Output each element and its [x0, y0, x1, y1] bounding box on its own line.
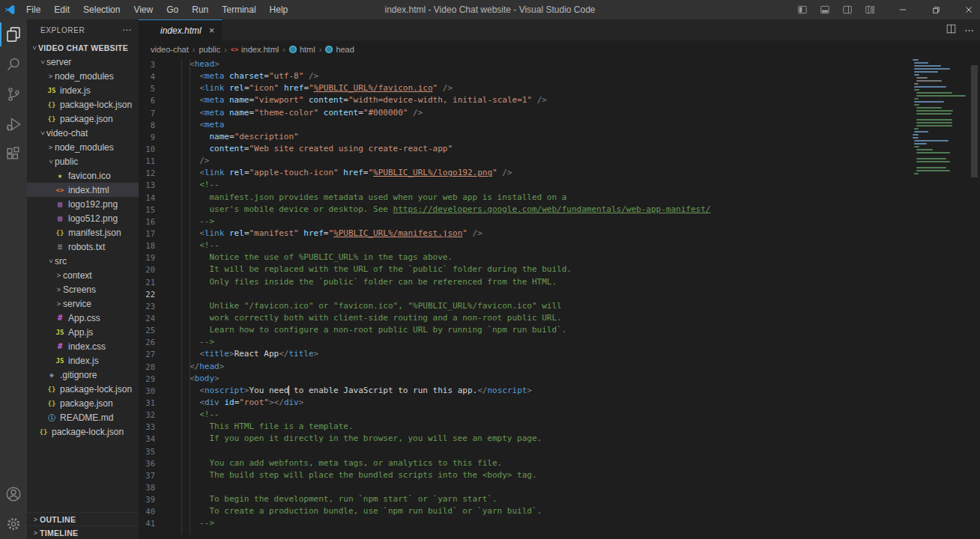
menu-terminal[interactable]: Terminal: [215, 0, 262, 19]
code-line-27[interactable]: 27 <title>React App</title>: [139, 348, 980, 360]
tab-index-html[interactable]: index.html: [139, 19, 223, 40]
tree-item-gitignore[interactable]: ◆.gitignore: [27, 368, 139, 382]
customize-layout-icon[interactable]: [859, 0, 881, 19]
tab-close-icon[interactable]: [209, 25, 215, 36]
tree-item-logo512-png[interactable]: ▨logo512.png: [27, 211, 139, 225]
tree-item-package-json[interactable]: {}package.json: [27, 396, 139, 410]
restore-button[interactable]: [925, 0, 947, 19]
code-line-35[interactable]: 35: [139, 445, 980, 457]
tree-item-logo192-png[interactable]: ▨logo192.png: [27, 197, 139, 211]
code-line-41[interactable]: 41 -->: [139, 517, 980, 529]
explorer-actions-icon[interactable]: [122, 25, 131, 35]
settings-gear-icon[interactable]: [0, 509, 27, 539]
breadcrumb-public[interactable]: public: [199, 45, 220, 54]
layout-sidebar-left-icon[interactable]: [791, 0, 814, 19]
code-line-32[interactable]: 32 <!--: [139, 409, 980, 421]
tree-item-robots-txt[interactable]: ≡robots.txt: [27, 240, 139, 254]
code-line-34[interactable]: 34 If you open it directly in the browse…: [139, 433, 980, 445]
tree-item-readme-md[interactable]: iREADME.md: [27, 410, 139, 424]
code-line-13[interactable]: 13 <!--: [139, 179, 980, 191]
breadcrumb-index-html[interactable]: <>index.html: [231, 45, 279, 54]
code-line-22[interactable]: 22: [139, 288, 980, 300]
code-line-17[interactable]: 17 <link rel="manifest" href="%PUBLIC_UR…: [139, 228, 980, 240]
tree-item-index-css[interactable]: #index.css: [27, 339, 139, 353]
section-outline[interactable]: >OUTLINE: [27, 512, 139, 526]
code-line-33[interactable]: 33 This HTML file is a template.: [139, 421, 980, 433]
tree-item-video-chat-website[interactable]: >VIDEO CHAT WEBSITE: [27, 40, 139, 55]
code-line-6[interactable]: 6 <meta name="viewport" content="width=d…: [139, 94, 980, 106]
tree-item-public[interactable]: >public: [27, 154, 139, 168]
tree-item-server[interactable]: >server: [27, 55, 139, 69]
code-line-38[interactable]: 38: [139, 481, 980, 493]
tree-item-app-js[interactable]: JSApp.js: [27, 325, 139, 339]
code-line-26[interactable]: 26 -->: [139, 336, 980, 348]
editor-more-actions-icon[interactable]: [964, 25, 974, 36]
code-line-18[interactable]: 18 <!--: [139, 240, 980, 252]
tree-item-package-lock-json[interactable]: {}package-lock.json: [27, 97, 139, 112]
minimize-button[interactable]: [892, 0, 914, 19]
source-control-icon[interactable]: [0, 79, 27, 109]
tree-item-manifest-json[interactable]: {}manifest.json: [27, 225, 139, 240]
close-button[interactable]: [958, 0, 980, 19]
tree-item-node-modules[interactable]: >node_modules: [27, 140, 139, 154]
code-line-40[interactable]: 40 To create a production bundle, use `n…: [139, 505, 980, 517]
tree-item-node-modules[interactable]: >node_modules: [27, 69, 139, 83]
editor-scrollbar[interactable]: [971, 65, 978, 177]
tree-item-index-js[interactable]: JSindex.js: [27, 353, 139, 368]
menu-help[interactable]: Help: [263, 0, 295, 19]
code-line-7[interactable]: 7 <meta name="theme-color" content="#000…: [139, 107, 980, 119]
extensions-icon[interactable]: [0, 139, 27, 169]
minimap[interactable]: [913, 58, 967, 176]
code-line-23[interactable]: 23 Unlike "/favicon.ico" or "favicon.ico…: [139, 300, 980, 312]
tree-item-service[interactable]: >service: [27, 296, 139, 311]
breadcrumb-head[interactable]: head: [325, 45, 354, 54]
tree-item-package-lock-json[interactable]: {}package-lock.json: [27, 382, 139, 396]
tree-item-index-js[interactable]: JSindex.js: [27, 83, 139, 97]
account-icon[interactable]: [0, 479, 27, 509]
tree-item-screens[interactable]: >Screens: [27, 282, 139, 296]
code-line-31[interactable]: 31 <div id="root"></div>: [139, 397, 980, 409]
run-and-debug-icon[interactable]: [0, 109, 27, 139]
code-editor[interactable]: 3<head>4 <meta charset="utf-8" />5 <link…: [139, 58, 980, 539]
code-line-29[interactable]: 29<body>: [139, 373, 980, 385]
section-timeline[interactable]: >TIMELINE: [27, 526, 139, 539]
tree-item-app-css[interactable]: #App.css: [27, 311, 139, 325]
tree-item-package-lock-json[interactable]: {}package-lock.json: [27, 424, 139, 439]
code-line-14[interactable]: 14 manifest.json provides metadata used …: [139, 192, 980, 204]
code-line-30[interactable]: 30 <noscript>You need to enable JavaScri…: [139, 385, 980, 397]
search-icon[interactable]: [0, 49, 27, 79]
code-line-39[interactable]: 39 To begin the development, run `npm st…: [139, 493, 980, 505]
code-line-37[interactable]: 37 The build step will place the bundled…: [139, 469, 980, 481]
tree-item-favicon-ico[interactable]: ★favicon.ico: [27, 168, 139, 183]
layout-panel-icon[interactable]: [814, 0, 836, 19]
breadcrumb-html[interactable]: html: [289, 45, 315, 54]
menu-go[interactable]: Go: [160, 0, 185, 19]
menu-selection[interactable]: Selection: [76, 0, 127, 19]
menu-run[interactable]: Run: [185, 0, 215, 19]
code-line-12[interactable]: 12 <link rel="apple-touch-icon" href="%P…: [139, 167, 980, 179]
split-editor-icon[interactable]: [946, 23, 957, 37]
tree-item-index-html[interactable]: <>index.html: [27, 183, 139, 197]
code-line-15[interactable]: 15 user's mobile device or desktop. See …: [139, 204, 980, 216]
code-line-16[interactable]: 16 -->: [139, 216, 980, 228]
code-line-10[interactable]: 10 content="Web site created using creat…: [139, 143, 980, 155]
code-line-21[interactable]: 21 Only files inside the `public` folder…: [139, 276, 980, 288]
code-line-36[interactable]: 36 You can add webfonts, meta tags, or a…: [139, 457, 980, 469]
code-line-4[interactable]: 4 <meta charset="utf-8" />: [139, 70, 980, 82]
tree-item-video-chat[interactable]: >video-chat: [27, 126, 139, 140]
code-line-3[interactable]: 3<head>: [139, 58, 980, 70]
code-line-25[interactable]: 25 Learn how to configure a non-root pub…: [139, 324, 980, 336]
tree-item-package-json[interactable]: {}package.json: [27, 112, 139, 126]
menu-file[interactable]: File: [19, 0, 47, 19]
explorer-icon[interactable]: [0, 19, 27, 49]
code-line-9[interactable]: 9 name="description": [139, 131, 980, 143]
code-line-20[interactable]: 20 It will be replaced with the URL of t…: [139, 264, 980, 275]
code-line-5[interactable]: 5 <link rel="icon" href="%PUBLIC_URL%/fa…: [139, 82, 980, 94]
code-line-19[interactable]: 19 Notice the use of %PUBLIC_URL% in the…: [139, 252, 980, 264]
menu-view[interactable]: View: [127, 0, 160, 19]
breadcrumb-video-chat[interactable]: video-chat: [151, 45, 189, 54]
code-line-8[interactable]: 8 <meta: [139, 119, 980, 131]
menu-edit[interactable]: Edit: [47, 0, 76, 19]
code-line-28[interactable]: 28</head>: [139, 361, 980, 373]
code-line-11[interactable]: 11 />: [139, 155, 980, 167]
